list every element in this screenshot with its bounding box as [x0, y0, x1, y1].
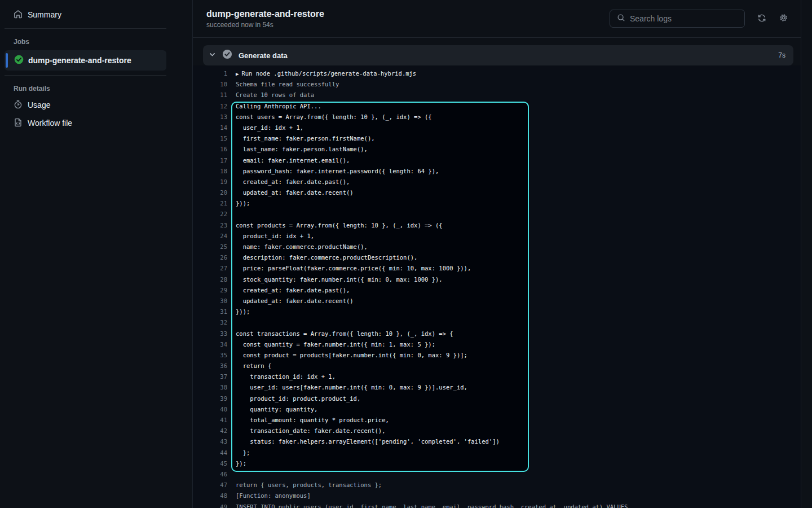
- log-line: 46: [193, 469, 801, 480]
- log-line-number[interactable]: 33: [193, 329, 227, 339]
- log-line-number[interactable]: 45: [193, 458, 227, 469]
- log-line: 49INSERT INTO public.users (user_id, fir…: [193, 502, 801, 508]
- log-line-number[interactable]: 16: [193, 144, 227, 155]
- log-line-number[interactable]: 38: [193, 382, 227, 393]
- log-line: 24 product_id: idx + 1,: [193, 231, 801, 242]
- log-line-number[interactable]: 12: [193, 101, 227, 112]
- log-line-text: name: faker.commerce.productName(),: [227, 242, 368, 252]
- log-line-number[interactable]: 39: [193, 393, 227, 404]
- log-line-number[interactable]: 28: [193, 274, 227, 285]
- log-line: 48[Function: anonymous]: [193, 491, 801, 501]
- refresh-logs-button[interactable]: [757, 14, 766, 24]
- chevron-down-icon[interactable]: [209, 50, 216, 60]
- log-line-number[interactable]: 24: [193, 231, 227, 242]
- log-line-text: description: faker.commerce.productDescr…: [227, 252, 417, 263]
- log-line-number[interactable]: 49: [193, 502, 227, 508]
- log-line-number[interactable]: 26: [193, 252, 227, 263]
- log-line-number[interactable]: 17: [193, 155, 227, 166]
- log-line: 13const users = Array.from({ length: 10 …: [193, 112, 801, 122]
- log-line-number[interactable]: 36: [193, 361, 227, 371]
- search-icon: [617, 14, 625, 24]
- stopwatch-icon: [14, 100, 23, 111]
- log-line-text: [227, 317, 236, 328]
- log-line-number[interactable]: 41: [193, 415, 227, 426]
- log-line-text: password_hash: faker.internet.password({…: [227, 166, 439, 177]
- sidebar-item-usage[interactable]: Usage: [5, 96, 166, 114]
- log-line-number[interactable]: 27: [193, 263, 227, 274]
- log-line-number[interactable]: 32: [193, 317, 227, 328]
- log-line-number[interactable]: 46: [193, 469, 227, 480]
- header-controls: [610, 10, 788, 28]
- log-line-number[interactable]: 34: [193, 339, 227, 350]
- log-line-number[interactable]: 25: [193, 242, 227, 252]
- log-line: 27 price: parseFloat(faker.commerce.pric…: [193, 263, 801, 274]
- log-line-number[interactable]: 29: [193, 285, 227, 296]
- log-line-number[interactable]: 14: [193, 122, 227, 133]
- sidebar-usage-label: Usage: [28, 100, 50, 110]
- log-line-number[interactable]: 35: [193, 350, 227, 361]
- log-line-text: return { users, products, transactions }…: [227, 480, 382, 491]
- log-line-text: created_at: faker.date.past(),: [227, 285, 350, 296]
- log-line-number[interactable]: 42: [193, 426, 227, 436]
- log-settings-button[interactable]: [779, 13, 788, 24]
- log-line-number[interactable]: 31: [193, 306, 227, 317]
- log-line-number[interactable]: 19: [193, 177, 227, 187]
- sidebar-item-summary[interactable]: Summary: [5, 6, 166, 24]
- log-line-text: last_name: faker.person.lastName(),: [227, 144, 368, 155]
- log-line-number[interactable]: 47: [193, 480, 227, 491]
- log-line: 38 user_id: users[faker.number.int({ min…: [193, 382, 801, 393]
- log-line-number[interactable]: 37: [193, 371, 227, 382]
- log-line-text: updated_at: faker.date.recent(): [227, 187, 354, 198]
- search-logs-box[interactable]: [610, 10, 745, 28]
- sidebar-divider: [5, 28, 166, 29]
- log-line: 29 created_at: faker.date.past(),: [193, 285, 801, 296]
- log-line-text: created_at: faker.date.past(),: [227, 177, 350, 187]
- log-line-number[interactable]: 15: [193, 133, 227, 144]
- step-duration: 7s: [778, 51, 785, 59]
- log-line-number[interactable]: 43: [193, 436, 227, 447]
- log-line-number[interactable]: 10: [193, 79, 227, 90]
- log-line-text: first_name: faker.person.firstName(),: [227, 133, 375, 144]
- log-line: 26 description: faker.commerce.productDe…: [193, 252, 801, 263]
- log-line-text: });: [227, 458, 246, 469]
- sidebar-item-job[interactable]: dump-generate-and-restore: [5, 50, 166, 71]
- log-line: 30 updated_at: faker.date.recent(): [193, 296, 801, 306]
- log-line-number[interactable]: 23: [193, 220, 227, 231]
- app-window: Summary Jobs dump-generate-and-restore R…: [0, 0, 812, 508]
- log-line-text: };: [227, 448, 250, 458]
- log-line-number[interactable]: 48: [193, 491, 227, 501]
- log-line: 45});: [193, 458, 801, 469]
- log-line-text: ▶Run node .github/scripts/generate-data-…: [227, 68, 416, 79]
- run-title-block: dump-generate-and-restore succeeded now …: [206, 9, 324, 29]
- log-line: 37 transaction_id: idx + 1,: [193, 371, 801, 382]
- log-line-text: const quantity = faker.number.int({ min:…: [227, 339, 435, 350]
- search-logs-input[interactable]: [630, 14, 738, 23]
- step-header-generate-data[interactable]: Generate data 7s: [203, 45, 793, 65]
- sidebar-divider: [5, 75, 166, 76]
- log-line-number[interactable]: 11: [193, 90, 227, 100]
- log-line-text: price: parseFloat(faker.commerce.price({…: [227, 263, 471, 274]
- log-line-number[interactable]: 21: [193, 198, 227, 209]
- log-line-number[interactable]: 22: [193, 209, 227, 220]
- sidebar-item-workflow-file[interactable]: Workflow file: [5, 114, 166, 132]
- log-line: 41 total_amount: quantity * product.pric…: [193, 415, 801, 426]
- log-line-number[interactable]: 30: [193, 296, 227, 306]
- log-line-number[interactable]: 40: [193, 404, 227, 415]
- log-line-text: [227, 209, 236, 220]
- log-line-number[interactable]: 44: [193, 448, 227, 458]
- log-area: 1▶Run node .github/scripts/generate-data…: [193, 65, 801, 508]
- log-line-number[interactable]: 1: [193, 68, 227, 79]
- run-header: dump-generate-and-restore succeeded now …: [193, 0, 801, 38]
- log-line-number[interactable]: 13: [193, 112, 227, 122]
- log-line-number[interactable]: 18: [193, 166, 227, 177]
- log-line: 18 password_hash: faker.internet.passwor…: [193, 166, 801, 177]
- file-code-icon: [14, 118, 23, 129]
- step-name: Generate data: [239, 51, 288, 60]
- log-line: 10Schema file read successfully: [193, 79, 801, 90]
- log-line-number[interactable]: 20: [193, 187, 227, 198]
- scroll-gutter[interactable]: [801, 0, 812, 508]
- log-line: 25 name: faker.commerce.productName(),: [193, 242, 801, 252]
- expand-group-icon[interactable]: ▶: [236, 71, 239, 77]
- log-line-text: Create 10 rows of data: [227, 90, 314, 100]
- log-line-text: quantity: quantity,: [227, 404, 317, 415]
